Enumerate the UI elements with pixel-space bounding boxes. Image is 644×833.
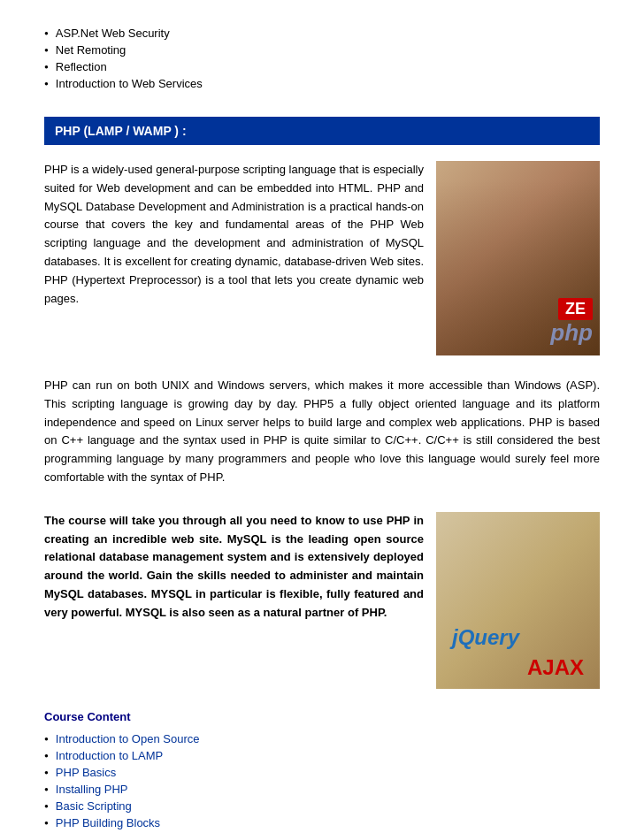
section-header: PHP (LAMP / WAMP ) : — [44, 117, 600, 145]
photo-placeholder-top: php ZE — [436, 161, 600, 355]
course-list-item: PHP Building Blocks — [44, 816, 600, 829]
side-image-top: php ZE — [436, 161, 600, 355]
top-list-item: Reflection — [44, 60, 600, 73]
top-list-item: Net Remoting — [44, 43, 600, 57]
course-list-item: Introduction to Open Source — [44, 732, 600, 745]
top-list-items: ASP.Net Web SecurityNet RemotingReflecti… — [44, 27, 600, 90]
content-area: php ZE PHP is a widely-used general-purp… — [44, 161, 600, 833]
third-text-block: jQuery AJAX The course will take you thr… — [44, 512, 600, 698]
course-content-section: Course Content Introduction to Open Sour… — [44, 710, 600, 833]
photo-placeholder-bottom: jQuery AJAX — [436, 512, 600, 689]
section-header-text: PHP (LAMP / WAMP ) : — [55, 124, 187, 138]
course-list-item: Installing PHP — [44, 783, 600, 796]
first-text-block: php ZE PHP is a widely-used general-purp… — [44, 161, 600, 364]
top-list-item: ASP.Net Web Security — [44, 27, 600, 40]
course-list-item: PHP Basics — [44, 766, 600, 779]
top-bullet-list: ASP.Net Web SecurityNet RemotingReflecti… — [44, 27, 600, 90]
paragraph-2: PHP can run on both UNIX and Windows ser… — [44, 377, 600, 487]
second-text-block: PHP can run on both UNIX and Windows ser… — [44, 377, 600, 500]
php-logo-badge: php — [550, 319, 593, 347]
jquery-badge: jQuery — [452, 625, 519, 650]
course-content-label: Course Content — [44, 710, 600, 723]
course-list-item: Introduction to LAMP — [44, 749, 600, 762]
course-list: Introduction to Open SourceIntroduction … — [44, 732, 600, 833]
top-list-item: Introduction to Web Services — [44, 77, 600, 90]
page-container: ASP.Net Web SecurityNet RemotingReflecti… — [0, 0, 644, 833]
course-list-item: Basic Scripting — [44, 799, 600, 813]
side-image-bottom: jQuery AJAX — [436, 512, 600, 689]
ajax-badge: AJAX — [527, 655, 584, 680]
zend-badge: ZE — [558, 298, 593, 320]
